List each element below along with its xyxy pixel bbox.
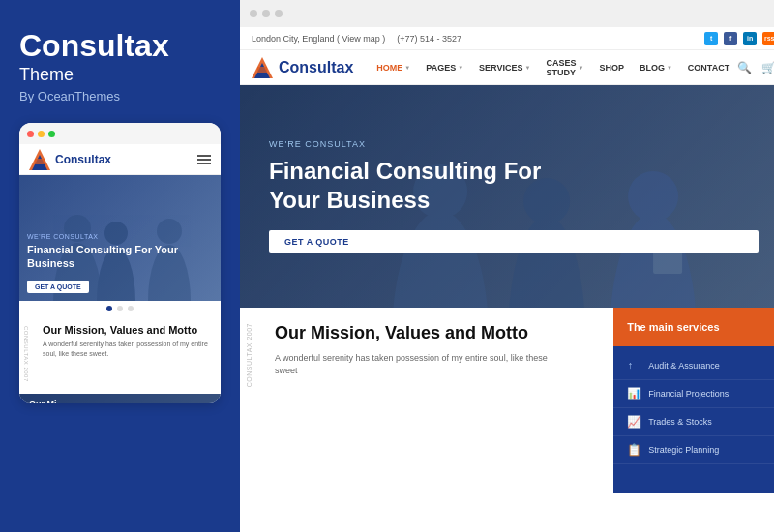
mission-text: A wonderful serenity has taken possessio… [259,352,550,378]
service-name-trades: Trades & Stocks [648,417,712,427]
topbar-left: London City, England ( View map ) (+77) … [252,34,461,44]
mobile-logo-text: Consultax [55,153,111,166]
browser-dot-2 [262,10,270,17]
mission-section: CONSULTAX 2007 Our Mission, Values and M… [240,308,613,493]
mobile-top-bar [19,123,221,144]
social-twitter-icon[interactable]: t [704,32,718,45]
browser-content: London City, England ( View map ) (+77) … [240,27,774,532]
mobile-dot-yellow [38,131,45,137]
mobile-cut-title: Our Mi... [19,394,221,403]
social-facebook-icon[interactable]: f [724,32,737,45]
mobile-cut-section: Our Mi... [19,394,221,403]
nav-item-pages[interactable]: PAGES ▼ [418,50,471,85]
search-icon[interactable]: 🔍 [737,61,752,74]
mobile-dot-green [48,131,55,137]
mobile-logo-icon [29,149,50,170]
nav-right: 🔍 🛒 [737,61,774,74]
browser-chrome [240,0,774,27]
site-topbar: London City, England ( View map ) (+77) … [240,27,774,50]
service-name-audit: Audit & Assurance [648,361,720,370]
social-rss-icon[interactable]: rss [762,32,774,45]
nav-item-contact[interactable]: CONTACT [680,50,737,85]
site-below-hero: CONSULTAX 2007 Our Mission, Values and M… [240,308,774,493]
mobile-carousel-dots [19,301,221,316]
service-item-strategic[interactable]: 📋 Strategic Planning [613,436,774,464]
audit-icon: ↑ [627,359,640,372]
hero-title: Financial Consulting For Your Business [269,157,579,215]
service-item-audit[interactable]: ↑ Audit & Assurance [613,352,774,380]
hero-cta-button[interactable]: GET A QUOTE [269,230,759,253]
browser-dot-1 [250,10,257,17]
mobile-logo: Consultax [29,149,111,170]
mobile-we-are: WE'RE CONSULTAX [27,233,213,240]
site-logo-text: Consultax [279,59,353,76]
browser-dot-3 [275,10,283,17]
services-sidebar: The main services ↑ Audit & Assurance 📊 … [613,308,774,493]
right-panel: London City, England ( View map ) (+77) … [240,0,774,532]
nav-item-home[interactable]: HOME ▼ [369,50,418,85]
nav-item-services[interactable]: SERVICES ▼ [471,50,538,85]
nav-item-shop[interactable]: SHOP [591,50,632,85]
nav-items: HOME ▼ PAGES ▼ SERVICES ▼ CASES STUDY ▼ … [369,50,737,85]
hero-we-are: WE'RE CONSULTAX [269,139,759,149]
financial-icon: 📊 [627,387,640,400]
svg-point-12 [392,211,489,308]
service-item-trades[interactable]: 📈 Trades & Stocks [613,408,774,436]
mobile-cta-button[interactable]: GET A QUOTE [27,281,89,293]
mobile-section-title: Our Mission, Values and Motto [29,324,211,336]
mission-title: Our Mission, Values and Motto [259,323,594,344]
nav-item-cases[interactable]: CASES STUDY ▼ [538,50,591,85]
site-logo-icon [252,57,273,78]
trades-icon: 📈 [627,415,640,429]
strategic-icon: 📋 [627,443,640,457]
nav-item-blog[interactable]: BLOG ▼ [632,50,680,85]
site-logo[interactable]: Consultax [252,57,353,78]
social-linkedin-icon[interactable]: in [743,32,757,45]
mobile-section-text: A wonderful serenity has taken possessio… [29,340,211,359]
services-header-text: The main services [627,321,719,333]
carousel-dot-3[interactable] [128,306,134,311]
mobile-mockup: Consultax WE'RE CONSULTAX Financial Cons… [19,123,221,403]
svg-point-17 [628,171,678,222]
hamburger-icon[interactable] [197,155,211,164]
topbar-phone: (+77) 514 - 3527 [397,34,461,44]
left-panel: Consultax Theme By OceanThemes Consultax [0,0,240,532]
brand-title: Consultax [19,29,221,63]
mission-label: CONSULTAX 2007 [246,323,253,387]
service-item-financial[interactable]: 📊 Financial Projections [613,380,774,408]
brand-section: Consultax Theme By OceanThemes [19,29,221,103]
carousel-dot-2[interactable] [117,306,123,311]
mobile-mission-section: CONSULTAX 2007 Our Mission, Values and M… [19,316,221,394]
brand-by: By OceanThemes [19,89,221,103]
svg-rect-11 [257,67,267,73]
topbar-location: London City, England ( View map ) [252,34,385,44]
services-header: The main services [613,308,774,346]
svg-rect-2 [35,159,45,164]
service-name-strategic: Strategic Planning [648,445,719,455]
site-hero: WE'RE CONSULTAX Financial Consulting For… [240,85,774,308]
carousel-dot-1[interactable] [106,306,112,311]
services-list: ↑ Audit & Assurance 📊 Financial Projecti… [613,346,774,493]
mobile-nav: Consultax [19,144,221,175]
cart-icon[interactable]: 🛒 [761,61,774,74]
topbar-social: t f in rss [704,32,774,45]
service-name-financial: Financial Projections [648,389,729,399]
mobile-section-label: CONSULTAX 2007 [23,326,29,382]
mobile-hero-title: Financial Consulting For Your Business [27,243,213,271]
mobile-dot-red [27,131,34,137]
site-nav: Consultax HOME ▼ PAGES ▼ SERVICES ▼ CASE… [240,50,774,85]
mobile-hero: WE'RE CONSULTAX Financial Consulting For… [19,175,221,301]
brand-subtitle: Theme [19,65,221,85]
